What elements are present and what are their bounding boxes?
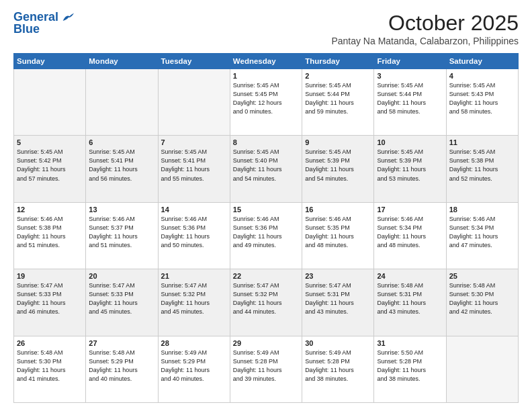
calendar-cell: 25Sunrise: 5:48 AM Sunset: 5:30 PM Dayli… [446,269,518,336]
calendar-cell [86,69,158,136]
calendar-cell: 23Sunrise: 5:47 AM Sunset: 5:31 PM Dayli… [302,269,374,336]
day-info: Sunrise: 5:48 AM Sunset: 5:31 PM Dayligh… [377,281,443,316]
day-number: 31 [377,339,443,347]
calendar-cell: 8Sunrise: 5:45 AM Sunset: 5:40 PM Daylig… [230,136,302,202]
day-number: 5 [17,138,83,146]
day-number: 11 [449,138,515,146]
day-info: Sunrise: 5:45 AM Sunset: 5:44 PM Dayligh… [305,81,371,116]
day-number: 19 [17,272,83,280]
day-info: Sunrise: 5:46 AM Sunset: 5:35 PM Dayligh… [305,215,371,250]
day-info: Sunrise: 5:46 AM Sunset: 5:37 PM Dayligh… [89,215,154,250]
calendar-cell: 31Sunrise: 5:50 AM Sunset: 5:28 PM Dayli… [374,336,446,402]
calendar-cell [446,336,518,402]
calendar-cell: 13Sunrise: 5:46 AM Sunset: 5:37 PM Dayli… [86,202,158,269]
day-info: Sunrise: 5:46 AM Sunset: 5:38 PM Dayligh… [17,215,83,250]
calendar-cell: 21Sunrise: 5:47 AM Sunset: 5:32 PM Dayli… [158,269,230,336]
day-number: 8 [233,138,299,146]
weekday-header-row: SundayMondayTuesdayWednesdayThursdayFrid… [14,54,519,69]
day-info: Sunrise: 5:46 AM Sunset: 5:36 PM Dayligh… [233,215,299,250]
weekday-header-friday: Friday [374,54,446,69]
day-number: 12 [17,205,83,214]
calendar-cell: 29Sunrise: 5:49 AM Sunset: 5:28 PM Dayli… [230,336,302,402]
day-number: 6 [89,138,154,146]
day-number: 28 [161,339,227,347]
weekday-header-sunday: Sunday [14,54,86,69]
weekday-header-thursday: Thursday [302,54,374,69]
calendar-cell: 22Sunrise: 5:47 AM Sunset: 5:32 PM Dayli… [230,269,302,336]
day-number: 27 [89,339,154,347]
day-number: 10 [377,138,443,146]
calendar-cell: 27Sunrise: 5:48 AM Sunset: 5:29 PM Dayli… [86,336,158,402]
calendar-cell: 19Sunrise: 5:47 AM Sunset: 5:33 PM Dayli… [14,269,86,336]
day-number: 18 [449,205,515,214]
day-number: 3 [377,72,443,80]
calendar-cell: 12Sunrise: 5:46 AM Sunset: 5:38 PM Dayli… [14,202,86,269]
day-info: Sunrise: 5:45 AM Sunset: 5:42 PM Dayligh… [17,148,83,183]
day-info: Sunrise: 5:47 AM Sunset: 5:32 PM Dayligh… [233,281,299,316]
day-info: Sunrise: 5:45 AM Sunset: 5:43 PM Dayligh… [449,81,515,116]
day-info: Sunrise: 5:48 AM Sunset: 5:30 PM Dayligh… [449,281,515,316]
day-number: 24 [377,272,443,280]
calendar-cell [158,69,230,136]
day-info: Sunrise: 5:46 AM Sunset: 5:36 PM Dayligh… [161,215,227,250]
month-title: October 2025 [331,11,519,36]
calendar-cell: 7Sunrise: 5:45 AM Sunset: 5:41 PM Daylig… [158,136,230,202]
day-number: 23 [305,272,371,280]
calendar-cell: 24Sunrise: 5:48 AM Sunset: 5:31 PM Dayli… [374,269,446,336]
calendar-cell: 14Sunrise: 5:46 AM Sunset: 5:36 PM Dayli… [158,202,230,269]
day-info: Sunrise: 5:45 AM Sunset: 5:45 PM Dayligh… [233,81,299,116]
day-info: Sunrise: 5:45 AM Sunset: 5:38 PM Dayligh… [449,148,515,183]
calendar-cell: 15Sunrise: 5:46 AM Sunset: 5:36 PM Dayli… [230,202,302,269]
logo-blue-text: Blue [13,23,40,35]
day-number: 21 [161,272,227,280]
day-number: 9 [305,138,371,146]
day-info: Sunrise: 5:49 AM Sunset: 5:28 PM Dayligh… [233,349,299,383]
calendar-cell: 2Sunrise: 5:45 AM Sunset: 5:44 PM Daylig… [302,69,374,136]
weekday-header-tuesday: Tuesday [158,54,230,69]
page: General Blue October 2025 Pantay Na Mata… [0,0,532,411]
day-number: 15 [233,205,299,214]
calendar-cell: 30Sunrise: 5:49 AM Sunset: 5:28 PM Dayli… [302,336,374,402]
calendar-cell: 10Sunrise: 5:45 AM Sunset: 5:39 PM Dayli… [374,136,446,202]
calendar-cell: 18Sunrise: 5:46 AM Sunset: 5:34 PM Dayli… [446,202,518,269]
day-number: 22 [233,272,299,280]
day-info: Sunrise: 5:47 AM Sunset: 5:33 PM Dayligh… [89,281,154,316]
calendar-week-row: 19Sunrise: 5:47 AM Sunset: 5:33 PM Dayli… [14,269,519,336]
calendar-cell: 28Sunrise: 5:49 AM Sunset: 5:29 PM Dayli… [158,336,230,402]
calendar-cell: 6Sunrise: 5:45 AM Sunset: 5:41 PM Daylig… [86,136,158,202]
calendar-cell: 16Sunrise: 5:46 AM Sunset: 5:35 PM Dayli… [302,202,374,269]
day-number: 2 [305,72,371,80]
day-number: 26 [17,339,83,347]
day-number: 7 [161,138,227,146]
calendar-cell: 3Sunrise: 5:45 AM Sunset: 5:44 PM Daylig… [374,69,446,136]
weekday-header-saturday: Saturday [446,54,518,69]
day-info: Sunrise: 5:49 AM Sunset: 5:28 PM Dayligh… [305,349,371,383]
calendar-table: SundayMondayTuesdayWednesdayThursdayFrid… [13,53,519,403]
day-info: Sunrise: 5:49 AM Sunset: 5:29 PM Dayligh… [161,349,227,383]
calendar-cell: 11Sunrise: 5:45 AM Sunset: 5:38 PM Dayli… [446,136,518,202]
calendar-week-row: 1Sunrise: 5:45 AM Sunset: 5:45 PM Daylig… [14,69,519,136]
day-number: 13 [89,205,154,214]
day-number: 17 [377,205,443,214]
calendar-cell: 1Sunrise: 5:45 AM Sunset: 5:45 PM Daylig… [230,69,302,136]
title-block: October 2025 Pantay Na Matanda, Calabarz… [331,11,519,46]
logo-bird-icon [62,13,74,22]
calendar-cell: 17Sunrise: 5:46 AM Sunset: 5:34 PM Dayli… [374,202,446,269]
day-info: Sunrise: 5:48 AM Sunset: 5:29 PM Dayligh… [89,349,154,383]
calendar-cell [14,69,86,136]
weekday-header-wednesday: Wednesday [230,54,302,69]
calendar-week-row: 5Sunrise: 5:45 AM Sunset: 5:42 PM Daylig… [14,136,519,202]
day-info: Sunrise: 5:48 AM Sunset: 5:30 PM Dayligh… [17,349,83,383]
header: General Blue October 2025 Pantay Na Mata… [13,11,519,46]
weekday-header-monday: Monday [86,54,158,69]
day-number: 14 [161,205,227,214]
logo: General Blue [13,11,74,35]
calendar-week-row: 12Sunrise: 5:46 AM Sunset: 5:38 PM Dayli… [14,202,519,269]
day-info: Sunrise: 5:50 AM Sunset: 5:28 PM Dayligh… [377,349,443,383]
calendar-cell: 5Sunrise: 5:45 AM Sunset: 5:42 PM Daylig… [14,136,86,202]
day-number: 4 [449,72,515,80]
day-info: Sunrise: 5:47 AM Sunset: 5:32 PM Dayligh… [161,281,227,316]
day-info: Sunrise: 5:47 AM Sunset: 5:31 PM Dayligh… [305,281,371,316]
day-info: Sunrise: 5:45 AM Sunset: 5:44 PM Dayligh… [377,81,443,116]
calendar-cell: 9Sunrise: 5:45 AM Sunset: 5:39 PM Daylig… [302,136,374,202]
